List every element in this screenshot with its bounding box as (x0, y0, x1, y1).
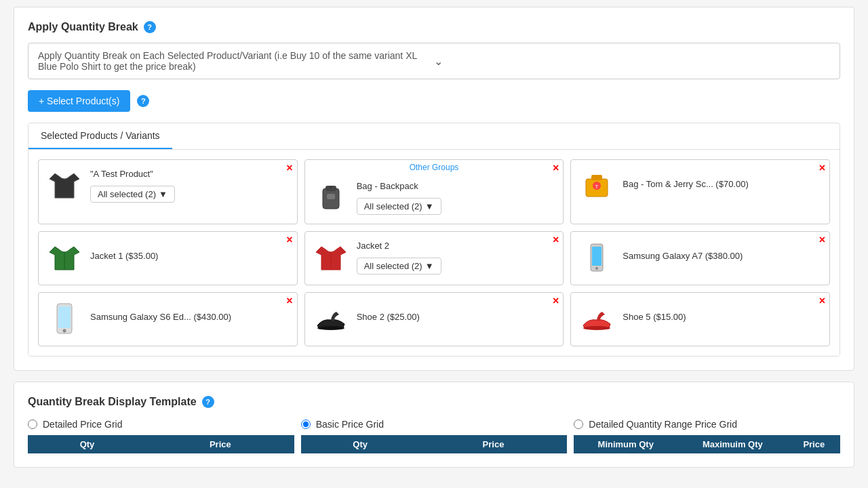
remove-bag-tom-jerry-button[interactable]: × (819, 163, 825, 174)
range-price-header: Price (788, 435, 840, 453)
shoe-5-image (578, 300, 616, 338)
basic-price-table: Qty Price (301, 435, 568, 453)
detailed-range-price-grid-option: Detailed Quantity Range Price Grid Minim… (574, 419, 840, 453)
remove-shoe-5-button[interactable]: × (819, 296, 825, 306)
remove-samsung-a7-button[interactable]: × (819, 235, 825, 245)
svg-point-16 (317, 326, 344, 330)
qty-break-display-help-icon[interactable]: ? (202, 396, 214, 408)
test-product-variant-dropdown[interactable]: All selected (2) ▼ (90, 186, 175, 203)
jacket-1-image (45, 239, 83, 277)
shoe-5-name: Shoe 5 ($15.00) (623, 312, 823, 322)
shoe-2-name: Shoe 2 ($25.00) (357, 312, 557, 322)
remove-samsung-s6-button[interactable]: × (286, 296, 292, 306)
svg-point-15 (63, 329, 66, 333)
detailed-price-header: Price (146, 435, 294, 453)
remove-bag-backpack-button[interactable]: × (553, 163, 559, 174)
select-products-button[interactable]: + Select Product(s) (28, 90, 130, 112)
samsung-a7-name: Samsung Galaxy A7 ($380.00) (623, 251, 823, 261)
detailed-range-price-grid-label[interactable]: Detailed Quantity Range Price Grid (574, 419, 840, 430)
product-card-shoe-2: × Shoe 2 ($25.00) (304, 292, 564, 346)
svg-rect-2 (327, 194, 335, 199)
tab-header: Selected Products / Variants (28, 123, 840, 150)
variant-chevron-icon3: ▼ (425, 261, 434, 271)
bag-backpack-name: Bag - Backpack (357, 181, 557, 191)
shoe-2-image (312, 300, 350, 338)
svg-rect-11 (592, 247, 601, 266)
variant-chevron-icon2: ▼ (425, 201, 434, 211)
remove-shoe-2-button[interactable]: × (553, 296, 559, 306)
tab-selected-products[interactable]: Selected Products / Variants (28, 123, 172, 149)
range-max-qty-header: Maximuim Qty (677, 435, 788, 453)
product-card-bag-backpack: Other Groups × Bag - Backpac (304, 159, 564, 224)
other-groups-label: Other Groups (410, 163, 459, 172)
qty-break-dropdown[interactable]: Apply Quantity Break on Each Selected Pr… (28, 43, 840, 79)
qty-break-dropdown-value: Apply Quantity Break on Each Selected Pr… (38, 50, 434, 72)
select-products-label: + Select Product(s) (39, 96, 119, 106)
bag-tom-jerry-image: T (578, 167, 616, 205)
basic-price-grid-label[interactable]: Basic Price Grid (301, 419, 568, 430)
basic-price-grid-radio[interactable] (301, 420, 311, 429)
svg-text:T: T (595, 184, 599, 190)
remove-jacket-1-button[interactable]: × (286, 235, 292, 245)
test-product-image (45, 167, 83, 205)
svg-point-12 (595, 267, 598, 270)
basic-qty-header: Qty (301, 435, 420, 453)
bag-tom-jerry-name: Bag - Tom & Jerry Sc... ($70.00) (623, 179, 823, 189)
samsung-a7-image (578, 239, 616, 277)
bag-backpack-image (312, 179, 350, 217)
range-min-qty-header: Minimum Qty (574, 435, 677, 453)
select-products-help-icon[interactable]: ? (137, 95, 149, 107)
product-card-jacket-1: × Jacket 1 ($35.00) (38, 231, 298, 285)
product-card-test-product: × "A Test Product" All selected (2) ▼ (38, 159, 298, 224)
product-card-bag-tom-jerry: × T Bag - Tom & Jerry Sc... ($70.00) (570, 159, 830, 224)
products-grid: × "A Test Product" All selected (2) ▼ (28, 150, 840, 356)
samsung-s6-image (45, 300, 83, 338)
svg-rect-5 (591, 175, 602, 180)
qty-break-display-title: Quantity Break Display Template (28, 396, 197, 408)
jacket-2-variant-dropdown[interactable]: All selected (2) ▼ (357, 258, 441, 274)
svg-rect-14 (58, 306, 71, 328)
jacket-2-image (312, 239, 350, 277)
detailed-price-table: Qty Price (28, 435, 294, 453)
variant-chevron-icon: ▼ (159, 189, 167, 199)
remove-jacket-2-button[interactable]: × (553, 235, 559, 245)
remove-test-product-button[interactable]: × (286, 163, 292, 174)
jacket-1-name: Jacket 1 ($35.00) (90, 251, 290, 261)
apply-qty-break-help-icon[interactable]: ? (144, 21, 156, 33)
basic-price-header: Price (420, 435, 568, 453)
product-card-jacket-2: × Jacket 2 All selected (2) (304, 231, 564, 285)
detailed-range-price-grid-radio[interactable] (574, 420, 583, 429)
detailed-price-grid-radio[interactable] (28, 420, 37, 429)
product-card-shoe-5: × Shoe 5 ($15.00) (570, 292, 830, 346)
svg-point-17 (583, 326, 610, 330)
products-tab-panel: Selected Products / Variants × (28, 123, 840, 357)
product-card-samsung-a7: × Samsung Galaxy A7 ($380.00) (570, 231, 830, 285)
jacket-2-name: Jacket 2 (357, 241, 557, 251)
detailed-price-grid-label[interactable]: Detailed Price Grid (28, 419, 294, 430)
test-product-name: "A Test Product" (90, 169, 290, 179)
detailed-range-price-table: Minimum Qty Maximuim Qty Price (574, 435, 840, 453)
basic-price-grid-option: Basic Price Grid Qty Price (301, 419, 568, 453)
price-grid-options: Detailed Price Grid Qty Price Basic Pric… (28, 419, 840, 453)
product-card-samsung-s6: × Samsung Galaxy S6 Ed... ($430.00) (38, 292, 298, 346)
detailed-price-grid-option: Detailed Price Grid Qty Price (28, 419, 294, 453)
dropdown-chevron-icon: ⌄ (434, 55, 830, 68)
detailed-qty-header: Qty (28, 435, 146, 453)
apply-qty-break-title: Apply Quantity Break (28, 21, 138, 33)
samsung-s6-name: Samsung Galaxy S6 Ed... ($430.00) (90, 312, 290, 322)
bag-backpack-variant-dropdown[interactable]: All selected (2) ▼ (357, 198, 441, 215)
